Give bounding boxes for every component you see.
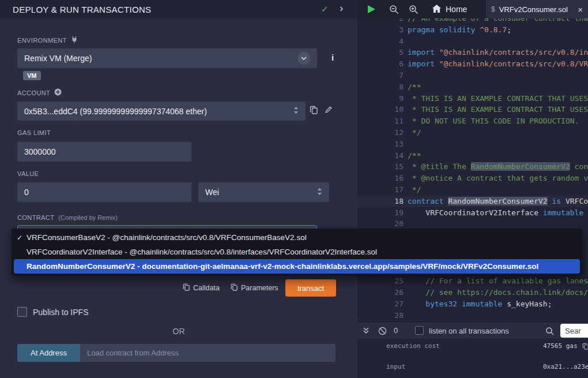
terminal-bar: 0 listen on all transactions [357,321,588,339]
listen-all-checkbox[interactable] [415,326,424,335]
close-tab-icon[interactable]: × [578,5,583,14]
panel-title: DEPLOY & RUN TRANSACTIONS [13,5,151,14]
code-line: 6import "@chainlink/contracts/src/v0.8/V… [357,58,588,70]
home-icon [432,5,441,14]
transact-button[interactable]: transact [285,279,336,297]
or-divider: OR [0,327,357,336]
code-line: 27 bytes32 immutable s_keyHash; [357,298,588,310]
line-number: 13 [357,139,404,150]
line-number: 16 [357,173,404,184]
line-number: 12 [357,127,404,139]
panel-header: DEPLOY & RUN TRANSACTIONS [0,0,357,18]
updown-caret-icon [293,106,299,116]
line-number: 25 [357,275,404,287]
terminal-log: execution cost47565 gasinput0xa21...a23e [357,339,588,378]
caret-down-icon [297,52,310,65]
code-line: 8/** [357,81,588,93]
terminal-row: input0xa21...a23e [386,363,588,370]
tab-file-label: VRFv2Consumer.sol [499,5,568,14]
vm-badge: VM [23,71,41,80]
code-line: 10 * THIS IS AN EXAMPLE CONTRACT THAT US… [357,104,588,115]
tab-vrfv2consumer[interactable]: $ VRFv2Consumer.sol × [486,0,588,18]
selected-check-icon: ✓ [17,234,22,242]
terminal-search-input[interactable] [560,324,588,338]
contract-label: CONTRACT (Compiled by Remix) [17,214,118,221]
line-number: 10 [357,104,404,115]
line-number: 19 [357,207,404,219]
code-line: 2// An example of a consumer contract th… [357,18,588,24]
tab-home[interactable]: Home [425,0,474,18]
editor-topbar: Home $ VRFv2Consumer.sol × [357,0,588,18]
code-line: 4 [357,36,588,47]
account-value: 0x5B3...eddC4 (99.99999999999997374068 e… [24,107,207,116]
contract-dropdown-item[interactable]: VRFCoordinatorV2Interface - @chainlink/c… [12,245,582,259]
updown-caret-icon [317,188,322,197]
at-address-input[interactable] [80,344,336,362]
code-line: 16 * @notice A contract that gets random… [357,173,588,184]
environment-select[interactable]: Remix VM (Merge) [17,48,317,68]
calldata-icon [183,283,190,293]
code-line: 3pragma solidity ^0.8.7; [357,24,588,36]
remix-ide: DEPLOY & RUN TRANSACTIONS ✓ › ENVIRONMEN… [0,0,588,378]
code-line: 11 * DO NOT USE THIS CODE IN PRODUCTION. [357,115,588,127]
deploy-run-panel: DEPLOY & RUN TRANSACTIONS ✓ › ENVIRONMEN… [0,0,357,378]
line-number: 7 [357,70,404,81]
code-line: 26 // see https://docs.chain.link/docs/v… [357,287,588,298]
line-number: 28 [357,310,404,321]
gas-limit-label: GAS LIMIT [17,129,51,136]
contract-dropdown: ✓VRFConsumerBaseV2 - @chainlink/contract… [12,229,582,275]
contract-sublabel: (Compiled by Remix) [58,214,118,221]
parameters-button[interactable]: Parameters [231,283,278,293]
environment-label: ENVIRONMENT [17,36,78,44]
contract-option-label: VRFCoordinatorV2Interface - @chainlink/c… [27,248,377,256]
calldata-button[interactable]: Calldata [183,283,220,293]
status-check-icon: ✓ [321,4,329,14]
code-line: 13 [357,139,588,150]
add-account-icon[interactable] [54,88,62,97]
value-unit-select[interactable]: Wei [198,182,329,202]
code-line: 7 [357,70,588,81]
line-number: 14 [357,150,404,162]
chevron-right-icon[interactable]: › [340,2,343,14]
account-select[interactable]: 0x5B3...eddC4 (99.99999999999997374068 e… [17,102,306,121]
code-line: 12 */ [357,127,588,139]
contract-dropdown-item[interactable]: ✓VRFConsumerBaseV2 - @chainlink/contract… [12,230,582,245]
code-line: 5import "@chainlink/contracts/src/v0.8/i… [357,47,588,58]
line-number: 4 [357,36,404,47]
code-line: 28 [357,310,588,321]
copy-icon[interactable] [582,343,588,350]
line-number: 15 [357,161,404,173]
parameters-icon [231,283,238,293]
at-address-button[interactable]: At Address [17,344,80,362]
line-number: 27 [357,298,404,310]
line-number: 3 [357,24,404,36]
publish-ipfs-checkbox[interactable] [17,307,27,317]
line-number: 5 [357,47,404,58]
contract-dropdown-item[interactable]: RandomNumberConsumerV2 - documentation-g… [14,259,580,274]
code-line: 17 */ [357,184,588,196]
line-number: 6 [357,58,404,70]
code-line: 25 // For a list of available gas lanes … [357,275,588,287]
gas-limit-input[interactable] [17,142,191,162]
zoom-in-icon[interactable] [409,5,419,17]
contract-option-label: RandomNumberConsumerV2 - documentation-g… [27,262,538,271]
block-transactions-icon[interactable] [378,327,387,338]
zoom-out-icon[interactable] [389,5,399,17]
copy-account-icon[interactable] [310,106,318,117]
play-icon[interactable] [368,5,375,13]
line-number: 8 [357,81,404,93]
line-number: 11 [357,115,404,127]
code-line: 19 VRFCoordinatorV2Interface immutable C… [357,207,588,219]
environment-info-icon[interactable]: i [331,53,334,62]
code-line: 18contract RandomNumberConsumerV2 is VRF… [357,196,588,207]
edit-account-icon[interactable] [325,106,333,116]
code-line: 9 * THIS IS AN EXAMPLE CONTRACT THAT USE… [357,93,588,104]
line-number: 26 [357,287,404,298]
line-number: 18 [357,196,404,207]
collapse-terminal-icon[interactable] [362,327,370,337]
account-label: ACCOUNT [17,88,62,97]
code-editor[interactable]: 2// An example of a consumer contract th… [357,18,588,321]
value-input[interactable] [17,182,191,202]
listen-all-label: listen on all transactions [429,327,509,335]
environment-value: Remix VM (Merge) [24,54,92,63]
